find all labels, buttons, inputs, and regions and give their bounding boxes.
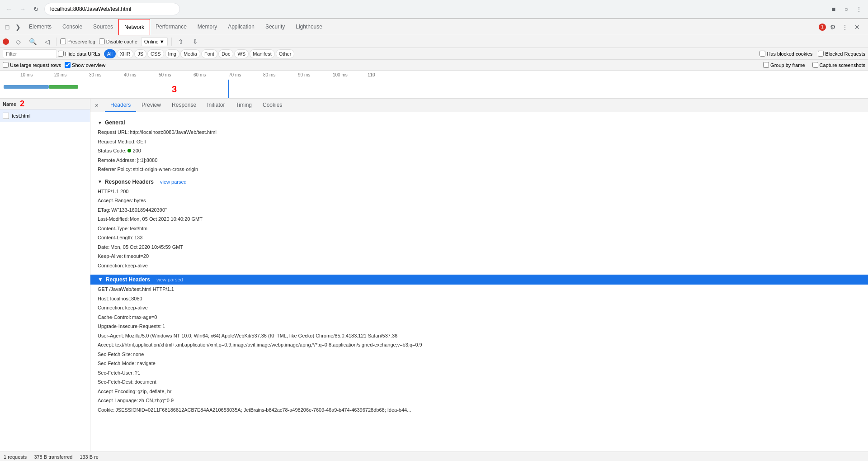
- tick-10ms: 10 ms: [20, 72, 33, 77]
- large-rows-label[interactable]: Use large request rows: [3, 62, 61, 68]
- tab-elements[interactable]: Elements: [24, 19, 57, 35]
- filter-xhr-button[interactable]: XHR: [117, 49, 133, 58]
- tick-80ms: 80 ms: [263, 72, 275, 77]
- blue-bar: [4, 85, 49, 89]
- http-version-row: HTTP/1.1 200: [98, 187, 861, 196]
- devtools-tab-bar: □ ❯ Elements Console Sources Network Per…: [0, 19, 868, 35]
- menu-button[interactable]: ⋮: [854, 4, 864, 14]
- keep-alive-row: Keep-Alive: timeout=20: [98, 252, 861, 261]
- export-icon[interactable]: ⇩: [190, 36, 201, 47]
- disable-cache-checkbox[interactable]: [99, 38, 105, 44]
- tab-preview[interactable]: Preview: [136, 99, 166, 112]
- filter-all-button[interactable]: All: [104, 49, 116, 58]
- large-rows-checkbox[interactable]: [3, 62, 9, 68]
- devtools-action-icons: 1 ⚙ ⋮ ✕: [819, 22, 866, 33]
- timeline-ruler: 10 ms 20 ms 30 ms 40 ms 50 ms 60 ms 70 m…: [0, 72, 868, 81]
- filter-doc-button[interactable]: Doc: [218, 49, 234, 58]
- hide-data-urls-label[interactable]: Hide data URLs: [58, 51, 100, 57]
- request-item-testhtml[interactable]: test.html: [0, 109, 90, 122]
- tab-response[interactable]: Response: [166, 99, 202, 112]
- filter-ws-button[interactable]: WS: [234, 49, 249, 58]
- online-selector[interactable]: Online ▼: [141, 37, 168, 46]
- filter-media-button[interactable]: Media: [180, 49, 200, 58]
- response-headers-section-header[interactable]: ▼ Response Headers view parsed: [98, 179, 861, 185]
- profile-button[interactable]: ○: [841, 4, 852, 14]
- tab-headers[interactable]: Headers: [105, 99, 136, 112]
- status-dot: [127, 149, 131, 152]
- show-overview-label[interactable]: Show overview: [65, 62, 105, 68]
- hide-data-urls-checkbox[interactable]: [58, 51, 64, 57]
- filter-img-button[interactable]: Img: [165, 49, 179, 58]
- address-bar[interactable]: localhost:8080/JavaWeb/test.html: [44, 3, 180, 15]
- general-arrow: ▼: [98, 120, 102, 125]
- tab-console[interactable]: Console: [57, 19, 88, 35]
- forward-button[interactable]: →: [17, 4, 28, 14]
- tab-performance[interactable]: Performance: [150, 19, 192, 35]
- more-options-icon[interactable]: ⋮: [840, 22, 850, 33]
- headers-panel: × Headers Preview Response Initiator Tim…: [90, 99, 868, 451]
- accept-ranges-row: Accept-Ranges: bytes: [98, 196, 861, 205]
- tick-40ms: 40 ms: [124, 72, 136, 77]
- general-section-header[interactable]: ▼ General: [98, 119, 861, 126]
- filter-font-button[interactable]: Font: [201, 49, 217, 58]
- show-overview-checkbox[interactable]: [65, 62, 71, 68]
- remote-address-row: Remote Address: [::1]:8080: [98, 156, 861, 165]
- separator: [56, 38, 57, 46]
- blocked-requests-checkbox[interactable]: [818, 51, 824, 57]
- reload-button[interactable]: ↻: [31, 4, 42, 14]
- capture-screenshots-checkbox[interactable]: [812, 62, 818, 68]
- preserve-log-checkbox[interactable]: [60, 38, 66, 44]
- back-button[interactable]: ←: [4, 4, 14, 14]
- tab-memory[interactable]: Memory: [192, 19, 222, 35]
- request-url-row: Request URL: http://localhost:8080/JavaW…: [98, 128, 861, 137]
- close-panel-button[interactable]: ×: [92, 101, 101, 110]
- inspect-icon[interactable]: ❯: [13, 22, 24, 33]
- filter-icon[interactable]: ◁: [42, 36, 52, 47]
- extra-options-row: Use large request rows Show overview Gro…: [0, 60, 868, 71]
- tab-sources[interactable]: Sources: [88, 19, 118, 35]
- tab-security[interactable]: Security: [260, 19, 290, 35]
- has-blocked-cookies-label[interactable]: Has blocked cookies: [760, 51, 812, 57]
- view-parsed-request-link[interactable]: view parsed: [156, 277, 183, 282]
- annotation-2: 2: [20, 99, 24, 109]
- capture-screenshots-label[interactable]: Capture screenshots: [812, 62, 866, 68]
- tab-cookies[interactable]: Cookies: [257, 99, 288, 112]
- filter-manifest-button[interactable]: Manifest: [250, 49, 275, 58]
- tick-70ms: 70 ms: [229, 72, 241, 77]
- disable-cache-label[interactable]: Disable cache: [99, 38, 137, 44]
- group-by-frame-label[interactable]: Group by frame: [763, 62, 805, 68]
- view-parsed-response-link[interactable]: view parsed: [160, 179, 187, 185]
- timeline-area: 10 ms 20 ms 30 ms 40 ms 50 ms 60 ms 70 m…: [0, 71, 868, 99]
- tab-initiator[interactable]: Initiator: [202, 99, 230, 112]
- req-connection-row: Connection: keep-alive: [98, 303, 861, 313]
- tab-lighthouse[interactable]: Lighthouse: [290, 19, 328, 35]
- dock-icon[interactable]: □: [2, 22, 13, 33]
- settings-icon[interactable]: ⚙: [827, 22, 838, 33]
- search-button[interactable]: 🔍: [27, 36, 38, 47]
- tab-timing[interactable]: Timing: [230, 99, 257, 112]
- date-row: Date: Mon, 05 Oct 2020 10:45:59 GMT: [98, 242, 861, 252]
- record-button[interactable]: [3, 38, 9, 45]
- main-area: Name 2 test.html × Headers Preview Respo: [0, 99, 868, 451]
- clear-button[interactable]: ◇: [13, 36, 24, 47]
- blocked-requests-label[interactable]: Blocked Requests: [818, 51, 865, 57]
- extensions-button[interactable]: ■: [828, 4, 839, 14]
- tab-application[interactable]: Application: [222, 19, 260, 35]
- filter-other-button[interactable]: Other: [276, 49, 295, 58]
- filter-css-button[interactable]: CSS: [147, 49, 164, 58]
- tab-network[interactable]: Network: [118, 19, 150, 35]
- preserve-log-label[interactable]: Preserve log: [60, 38, 95, 44]
- has-blocked-cookies-checkbox[interactable]: [760, 51, 765, 57]
- sec-fetch-user-row: Sec-Fetch-User: ?1: [98, 368, 861, 378]
- tick-20ms: 20 ms: [54, 72, 66, 77]
- import-icon[interactable]: ⇧: [175, 36, 186, 47]
- connection-row: Connection: keep-alive: [98, 261, 861, 271]
- headers-content: ▼ General Request URL: http://localhost:…: [90, 112, 868, 451]
- request-headers-section-header[interactable]: ▼ Request Headers view parsed: [90, 275, 868, 285]
- group-by-frame-checkbox[interactable]: [763, 62, 769, 68]
- request-headers-arrow: ▼: [98, 276, 103, 283]
- filter-input[interactable]: [3, 49, 57, 58]
- filter-js-button[interactable]: JS: [134, 49, 146, 58]
- tick-100ms: 100 ms: [333, 72, 348, 77]
- close-devtools-icon[interactable]: ✕: [852, 22, 863, 33]
